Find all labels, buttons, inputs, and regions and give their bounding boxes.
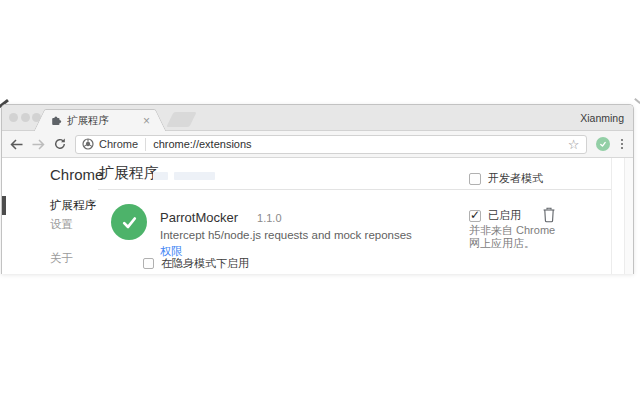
enabled-toggle[interactable]: ✓ 已启用 <box>469 208 521 223</box>
faded-placeholder <box>153 172 168 180</box>
puzzle-icon <box>51 115 62 126</box>
tab-extensions[interactable]: 扩展程序 × <box>46 109 154 131</box>
browser-toolbar: Chrome chrome://extensions ☆ <box>2 131 633 158</box>
page-title: 扩展程序 <box>99 164 159 183</box>
reload-icon[interactable] <box>54 138 66 150</box>
sidebar: Chrome 扩展程序 设置 关于 <box>2 158 98 274</box>
sidebar-item-settings[interactable]: 设置 <box>2 215 98 234</box>
browser-window: 扩展程序 × Xianming <box>1 104 634 274</box>
main-content: 扩展程序 开发者模式 ParrotMocker 1.1.0 Intercept … <box>98 158 612 274</box>
sidebar-item-extensions[interactable]: 扩展程序 <box>2 196 98 215</box>
browser-menu-icon[interactable] <box>619 139 626 150</box>
trash-icon[interactable] <box>542 207 557 223</box>
url-text[interactable]: chrome://extensions <box>153 138 568 150</box>
developer-mode-label: 开发者模式 <box>488 171 543 186</box>
omnibox-separator <box>145 138 146 151</box>
extension-description: Intercept h5/node.js requests and mock r… <box>160 229 412 241</box>
incognito-toggle[interactable]: 在隐身模式下启用 <box>143 256 249 271</box>
enabled-label: 已启用 <box>488 208 521 223</box>
extension-icon <box>111 204 147 240</box>
extension-name: ParrotMocker <box>160 210 238 225</box>
source-note: 并非来自 Chrome 网上应用店。 <box>469 224 555 249</box>
window-controls <box>9 113 41 122</box>
sidebar-selected-indicator <box>2 196 6 215</box>
extension-version: 1.1.0 <box>257 212 281 224</box>
developer-mode-checkbox[interactable] <box>469 173 481 185</box>
site-badge: Chrome <box>99 138 138 150</box>
bookmark-star-icon[interactable]: ☆ <box>568 138 580 151</box>
sidebar-brand: Chrome <box>50 166 98 183</box>
developer-mode-toggle[interactable]: 开发者模式 <box>469 171 543 186</box>
tab-strip: 扩展程序 × Xianming <box>2 105 633 131</box>
chrome-logo-icon <box>82 138 94 150</box>
checkmark-icon: ✓ <box>470 208 480 222</box>
close-window-button[interactable] <box>9 113 18 122</box>
profile-name: Xianming <box>580 112 624 124</box>
new-tab-button[interactable] <box>166 112 196 127</box>
incognito-checkbox[interactable] <box>143 258 154 269</box>
header-divider <box>98 189 611 190</box>
extensions-page: Chrome 扩展程序 设置 关于 扩展程序 开发者模式 <box>2 158 633 274</box>
incognito-label: 在隐身模式下启用 <box>161 256 249 271</box>
forward-icon[interactable] <box>32 139 45 150</box>
background-window-artifact <box>634 98 640 104</box>
scrollbar[interactable] <box>624 158 633 274</box>
tab-title: 扩展程序 <box>67 114 143 128</box>
faded-placeholder <box>174 172 215 180</box>
address-bar[interactable]: Chrome chrome://extensions ☆ <box>75 135 587 154</box>
tab-close-icon[interactable]: × <box>143 116 150 126</box>
sidebar-item-about[interactable]: 关于 <box>2 249 98 268</box>
extension-toolbar-icon[interactable] <box>596 137 610 151</box>
enabled-checkbox[interactable]: ✓ <box>469 210 481 222</box>
back-icon[interactable] <box>10 139 23 150</box>
minimize-window-button[interactable] <box>21 113 30 122</box>
